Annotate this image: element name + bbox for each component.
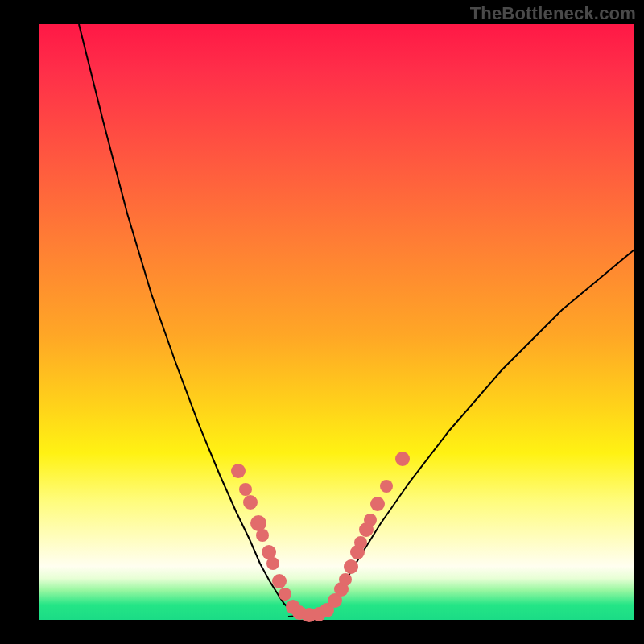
bead-marker — [243, 495, 258, 510]
bead-marker — [279, 588, 291, 601]
bead-marker — [256, 529, 269, 542]
bead-marker — [354, 536, 367, 549]
watermark-text: TheBottleneck.com — [470, 3, 636, 24]
bead-marker — [395, 452, 410, 466]
curve-left-branch — [79, 24, 320, 617]
chart-frame: TheBottleneck.com — [0, 0, 644, 644]
bead-marker — [370, 497, 385, 511]
bead-markers — [231, 452, 410, 622]
bead-marker — [272, 574, 287, 588]
bead-marker — [380, 480, 393, 493]
bead-marker — [344, 559, 358, 574]
bead-marker — [250, 515, 266, 531]
bead-marker — [339, 573, 352, 586]
chart-svg — [39, 24, 634, 620]
bead-marker — [266, 557, 279, 570]
curve-right-branch — [316, 250, 634, 617]
bead-marker — [239, 483, 252, 496]
bead-marker — [364, 514, 377, 526]
bead-marker — [231, 464, 246, 478]
plot-area — [39, 24, 634, 620]
